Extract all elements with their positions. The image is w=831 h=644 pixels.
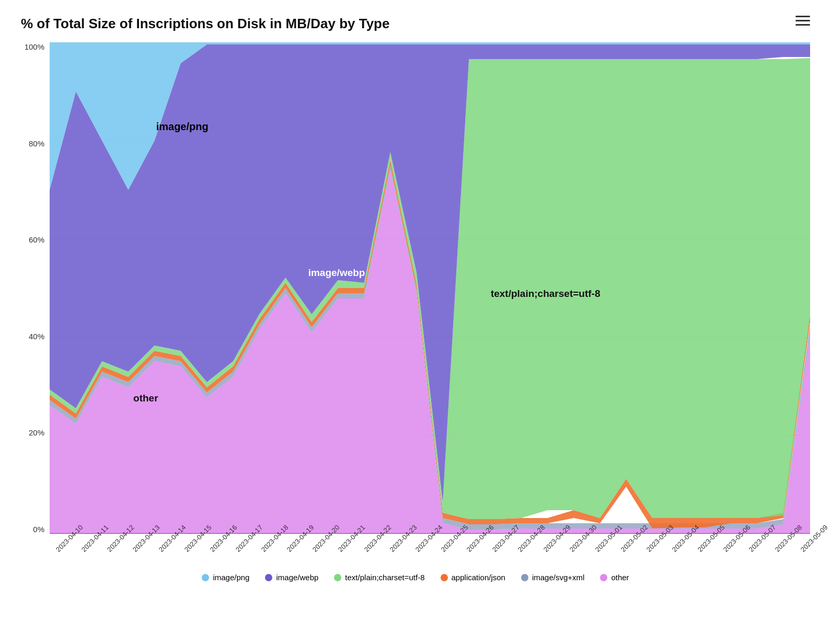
x-label-19: 2023-04-29: [542, 537, 575, 570]
x-label-13: 2023-04-23: [388, 537, 421, 570]
legend-label-image-webp: image/webp: [276, 573, 318, 582]
x-label-6: 2023-04-16: [209, 537, 242, 570]
area-chart-svg: [50, 42, 810, 534]
x-label-4: 2023-04-14: [157, 537, 190, 570]
legend-dot-image-svg: [521, 574, 528, 581]
x-label-14: 2023-04-24: [414, 537, 447, 570]
x-label-2: 2023-04-12: [106, 537, 139, 570]
x-label-5: 2023-04-15: [182, 537, 216, 570]
y-axis: 100% 80% 60% 40% 20% 0%: [21, 42, 50, 565]
x-label-11: 2023-04-21: [337, 537, 370, 570]
legend-dot-text-plain: [334, 574, 341, 581]
chart-container: % of Total Size of Inscriptions on Disk …: [0, 0, 831, 644]
x-label-0: 2023-04-10: [54, 537, 88, 570]
legend-label-text-plain: text/plain;charset=utf-8: [345, 573, 424, 582]
legend-item-image-webp: image/webp: [265, 573, 318, 582]
legend-dot-image-webp: [265, 574, 272, 581]
x-label-15: 2023-04-25: [440, 537, 473, 570]
chart-area: 100% 80% 60% 40% 20% 0%: [21, 42, 810, 565]
y-label-80: 80%: [29, 139, 44, 148]
x-label-22: 2023-05-02: [619, 537, 653, 570]
x-label-29: 2023-05-09: [799, 537, 831, 570]
label-image-webp: image/webp: [308, 267, 365, 279]
legend-label-image-png: image/png: [213, 573, 249, 582]
legend-dot-image-png: [202, 574, 209, 581]
x-label-12: 2023-04-22: [362, 537, 396, 570]
y-label-40: 40%: [29, 332, 44, 341]
x-label-3: 2023-04-13: [131, 537, 165, 570]
chart-legend: image/png image/webp text/plain;charset=…: [21, 573, 810, 582]
x-label-8: 2023-04-18: [260, 537, 293, 570]
x-label-18: 2023-04-28: [516, 537, 550, 570]
legend-item-text-plain: text/plain;charset=utf-8: [334, 573, 424, 582]
x-label-24: 2023-05-04: [671, 537, 704, 570]
legend-dot-other: [600, 574, 607, 581]
x-label-21: 2023-05-01: [593, 537, 627, 570]
y-label-0: 0%: [33, 525, 44, 534]
x-label-20: 2023-04-30: [568, 537, 601, 570]
y-label-100: 100%: [25, 42, 44, 51]
x-label-9: 2023-04-19: [285, 537, 319, 570]
label-text-plain: text/plain;charset=utf-8: [491, 288, 601, 300]
legend-item-other: other: [600, 573, 629, 582]
x-label-28: 2023-05-08: [773, 537, 806, 570]
x-label-25: 2023-05-05: [696, 537, 730, 570]
y-label-60: 60%: [29, 235, 44, 244]
x-label-26: 2023-05-06: [722, 537, 755, 570]
label-image-png: image/png: [156, 121, 209, 133]
x-axis: 2023-04-10 2023-04-11 2023-04-12 2023-04…: [50, 537, 810, 568]
chart-plot: image/png image/webp text/plain;charset=…: [50, 42, 810, 565]
x-label-10: 2023-04-20: [311, 537, 344, 570]
x-label-17: 2023-04-27: [491, 537, 524, 570]
y-label-20: 20%: [29, 428, 44, 437]
x-label-27: 2023-05-07: [747, 537, 781, 570]
chart-title: % of Total Size of Inscriptions on Disk …: [21, 16, 810, 32]
legend-label-other: other: [611, 573, 629, 582]
x-label-7: 2023-04-17: [234, 537, 268, 570]
x-label-16: 2023-04-26: [465, 537, 499, 570]
legend-item-image-svg: image/svg+xml: [521, 573, 584, 582]
legend-item-app-json: application/json: [441, 573, 505, 582]
label-other: other: [133, 393, 158, 404]
menu-button[interactable]: [795, 16, 810, 26]
x-label-23: 2023-05-03: [645, 537, 678, 570]
legend-item-image-png: image/png: [202, 573, 249, 582]
x-label-1: 2023-04-11: [80, 537, 113, 570]
legend-label-image-svg: image/svg+xml: [532, 573, 584, 582]
legend-label-app-json: application/json: [452, 573, 505, 582]
legend-dot-app-json: [441, 574, 448, 581]
